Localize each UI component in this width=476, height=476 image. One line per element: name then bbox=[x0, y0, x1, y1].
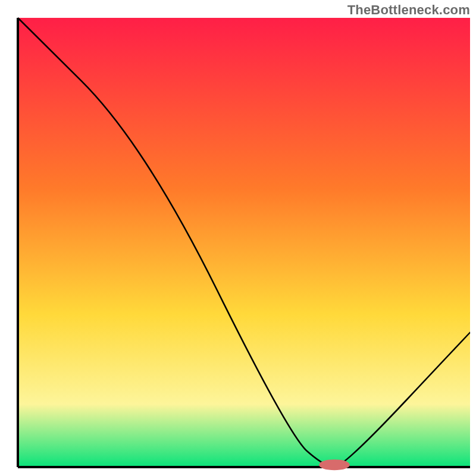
bottleneck-chart bbox=[0, 0, 476, 476]
optimal-marker bbox=[319, 459, 350, 470]
chart-stage: TheBottleneck.com bbox=[0, 0, 476, 476]
